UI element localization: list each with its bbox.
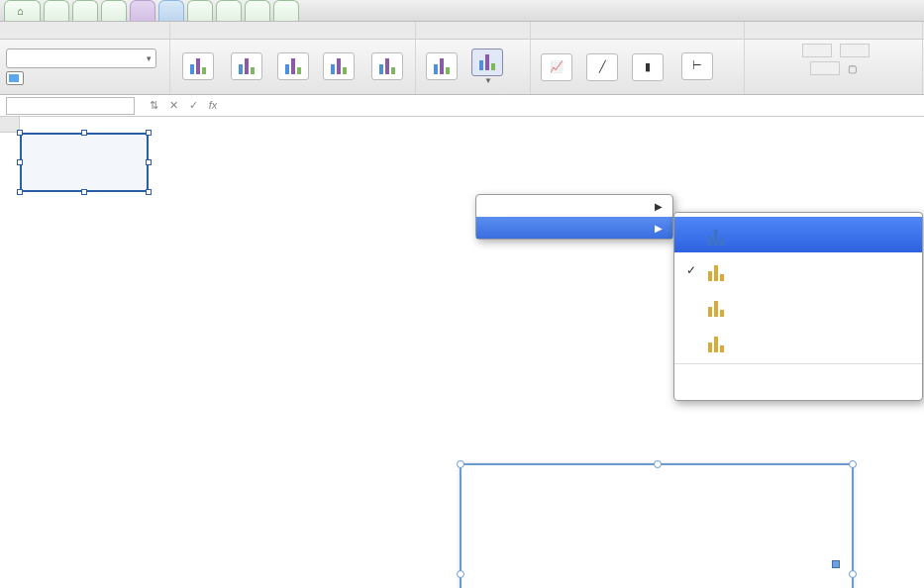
tab-data[interactable] xyxy=(245,0,270,21)
stepper-icon[interactable]: ⇅ xyxy=(147,99,160,112)
format-selection-icon xyxy=(6,71,24,85)
check-icon: ✓ xyxy=(686,263,696,277)
chevron-down-icon: ▾ xyxy=(147,53,152,63)
group-3d-rotation xyxy=(745,22,923,39)
perspective-input xyxy=(840,44,870,57)
menu-no-gridlines[interactable] xyxy=(674,217,922,252)
home-icon: ⌂ xyxy=(17,5,24,17)
menu-major-gridlines[interactable]: ✓ xyxy=(674,252,922,288)
embedded-chart[interactable] xyxy=(460,463,854,588)
current-selection-dropdown[interactable]: ▾ xyxy=(6,49,156,68)
chevron-right-icon: ▶ xyxy=(655,223,663,234)
tab-charts[interactable] xyxy=(101,0,127,21)
menu-minor-gridlines[interactable] xyxy=(674,288,922,324)
chart-legend xyxy=(832,560,844,568)
data-table-button[interactable] xyxy=(365,52,409,82)
group-axes xyxy=(416,22,531,39)
tab-smartart[interactable] xyxy=(187,0,213,21)
tab-review[interactable] xyxy=(273,0,299,21)
name-box[interactable] xyxy=(6,97,135,115)
tab-tables[interactable] xyxy=(72,0,98,21)
confirm-icon[interactable]: ✓ xyxy=(186,99,200,112)
tab-home[interactable]: ⌂ xyxy=(4,0,41,21)
lines-button[interactable]: ╱ xyxy=(582,53,622,81)
menu-gridlines-options[interactable] xyxy=(674,368,922,396)
chart-plot xyxy=(521,479,778,588)
tab-layout[interactable] xyxy=(44,0,69,21)
menu-vertical-gridlines[interactable]: ▶ xyxy=(476,217,672,239)
vertical-gridlines-submenu: ✓ xyxy=(673,212,923,401)
error-bars-button[interactable]: ⊢ xyxy=(673,52,721,82)
menu-horizontal-gridlines[interactable]: ▶ xyxy=(476,195,672,217)
axes-button[interactable] xyxy=(422,52,462,82)
cancel-icon[interactable]: ✕ xyxy=(166,99,180,112)
tab-format[interactable] xyxy=(158,0,184,21)
data-labels-button[interactable] xyxy=(317,52,360,82)
updown-bars-button[interactable]: ▮ xyxy=(628,53,667,81)
bars-icon xyxy=(708,331,730,352)
trendline-button[interactable]: 📈 xyxy=(537,53,576,81)
group-analysis xyxy=(531,22,745,39)
bars-icon xyxy=(708,224,730,245)
rot-x-input xyxy=(802,44,832,57)
gridlines-button[interactable]: ▼ xyxy=(467,49,507,85)
legend-button[interactable] xyxy=(274,52,310,82)
axis-titles-button[interactable] xyxy=(226,52,269,82)
fx-icon[interactable]: fx xyxy=(206,99,220,112)
chart-title-button[interactable] xyxy=(176,52,220,82)
bars-icon xyxy=(708,259,730,281)
menu-major-minor-gridlines[interactable] xyxy=(674,324,922,359)
group-current-selection xyxy=(0,22,170,39)
legend-swatch xyxy=(832,560,840,568)
tab-chart-layout[interactable] xyxy=(130,0,155,21)
rot-y-input xyxy=(810,61,840,75)
group-labels xyxy=(170,22,416,39)
gridlines-menu: ▶ ▶ xyxy=(475,194,673,240)
range-selection xyxy=(20,133,149,192)
tab-formulas[interactable] xyxy=(216,0,242,21)
chevron-right-icon: ▶ xyxy=(655,201,663,212)
format-selection-button[interactable] xyxy=(6,71,156,85)
chevron-down-icon: ▼ xyxy=(484,76,492,85)
bars-icon xyxy=(708,295,730,317)
